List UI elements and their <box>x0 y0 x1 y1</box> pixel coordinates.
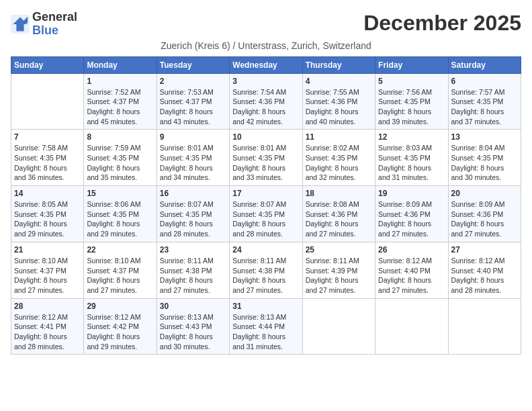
day-info-line: and 28 minutes. <box>160 230 210 238</box>
week-row-3: 14Sunrise: 8:05 AMSunset: 4:35 PMDayligh… <box>11 186 521 242</box>
day-info: Sunrise: 7:56 AMSunset: 4:35 PMDaylight:… <box>378 87 445 127</box>
day-info-line: Sunset: 4:42 PM <box>87 322 139 330</box>
calendar-cell: 31Sunrise: 8:13 AMSunset: 4:44 PMDayligh… <box>230 298 302 355</box>
day-info-line: Daylight: 8 hours <box>87 107 140 116</box>
day-number: 3 <box>232 77 299 86</box>
day-number: 18 <box>306 189 372 198</box>
day-info: Sunrise: 8:11 AMSunset: 4:38 PMDaylight:… <box>160 256 226 295</box>
day-info-line: Sunrise: 8:12 AM <box>87 313 140 321</box>
weekday-header-thursday: Thursday <box>302 56 375 73</box>
day-number: 26 <box>378 245 445 255</box>
day-number: 17 <box>232 189 299 198</box>
day-info-line: Sunset: 4:43 PM <box>160 322 212 330</box>
day-number: 4 <box>306 77 372 86</box>
day-info: Sunrise: 8:12 AMSunset: 4:42 PMDaylight:… <box>87 312 153 352</box>
day-info: Sunrise: 7:57 AMSunset: 4:35 PMDaylight:… <box>451 87 518 127</box>
day-info-line: and 35 minutes. <box>87 173 137 181</box>
calendar-cell: 13Sunrise: 8:04 AMSunset: 4:35 PMDayligh… <box>448 130 521 186</box>
day-info-line: and 27 minutes. <box>232 286 283 294</box>
day-number: 15 <box>87 189 153 198</box>
day-info-line: Sunrise: 8:11 AM <box>160 257 214 265</box>
calendar-cell: 7Sunrise: 7:58 AMSunset: 4:35 PMDaylight… <box>11 130 84 186</box>
day-info-line: Sunset: 4:35 PM <box>232 154 285 162</box>
calendar-cell: 28Sunrise: 8:12 AMSunset: 4:41 PMDayligh… <box>11 298 84 355</box>
header: General Blue December 2025 <box>11 11 521 38</box>
day-info-line: and 27 minutes. <box>14 286 64 294</box>
logo-blue-text: Blue <box>32 24 58 37</box>
day-info-line: Daylight: 8 hours <box>160 107 213 116</box>
weekday-header-saturday: Saturday <box>448 56 521 73</box>
calendar-cell: 6Sunrise: 7:57 AMSunset: 4:35 PMDaylight… <box>448 73 521 130</box>
day-info-line: Daylight: 8 hours <box>160 220 213 228</box>
day-info-line: Sunrise: 8:10 AM <box>87 257 140 265</box>
day-info-line: Daylight: 8 hours <box>306 164 359 172</box>
day-number: 31 <box>232 302 299 311</box>
day-info-line: and 27 minutes. <box>306 286 356 294</box>
calendar-cell: 8Sunrise: 7:59 AMSunset: 4:35 PMDaylight… <box>84 130 157 186</box>
day-info-line: Daylight: 8 hours <box>160 276 213 284</box>
calendar-cell <box>11 73 84 130</box>
calendar-cell <box>302 298 375 355</box>
day-info-line: Sunrise: 8:03 AM <box>378 144 432 152</box>
day-info-line: Sunrise: 8:09 AM <box>378 200 432 208</box>
logo-icon <box>11 15 30 34</box>
day-info-line: Sunrise: 8:13 AM <box>232 313 286 321</box>
day-info-line: Sunset: 4:35 PM <box>306 154 358 162</box>
day-number: 8 <box>87 132 153 142</box>
day-info-line: Sunset: 4:40 PM <box>378 267 431 275</box>
calendar-cell: 12Sunrise: 8:03 AMSunset: 4:35 PMDayligh… <box>375 130 448 186</box>
day-info-line: and 39 minutes. <box>378 118 429 126</box>
day-info-line: and 29 minutes. <box>14 230 64 238</box>
day-info-line: and 31 minutes. <box>378 173 429 181</box>
weekday-header-monday: Monday <box>84 56 157 73</box>
day-info: Sunrise: 8:05 AMSunset: 4:35 PMDaylight:… <box>14 199 81 239</box>
day-number: 23 <box>160 245 226 255</box>
day-info-line: Sunrise: 8:07 AM <box>232 200 286 208</box>
day-info-line: Sunrise: 8:12 AM <box>14 313 68 321</box>
calendar-cell: 14Sunrise: 8:05 AMSunset: 4:35 PMDayligh… <box>11 186 84 242</box>
day-info-line: Sunrise: 7:58 AM <box>14 144 68 152</box>
calendar-cell <box>375 298 448 355</box>
day-number: 25 <box>306 245 372 255</box>
day-info: Sunrise: 8:11 AMSunset: 4:38 PMDaylight:… <box>232 256 299 295</box>
day-info: Sunrise: 8:10 AMSunset: 4:37 PMDaylight:… <box>87 256 153 295</box>
day-info: Sunrise: 8:09 AMSunset: 4:36 PMDaylight:… <box>378 199 445 239</box>
day-info-line: Sunset: 4:38 PM <box>160 267 212 275</box>
day-info-line: Sunset: 4:37 PM <box>87 97 139 105</box>
day-number: 20 <box>451 189 518 198</box>
day-info-line: Daylight: 8 hours <box>160 164 213 172</box>
day-info: Sunrise: 7:58 AMSunset: 4:35 PMDaylight:… <box>14 143 81 183</box>
day-info-line: Sunset: 4:36 PM <box>378 210 431 218</box>
day-info-line: and 27 minutes. <box>160 286 210 294</box>
day-number: 12 <box>378 132 445 142</box>
day-info: Sunrise: 7:55 AMSunset: 4:36 PMDaylight:… <box>306 87 372 127</box>
day-info-line: Sunset: 4:36 PM <box>306 97 358 105</box>
day-info-line: and 29 minutes. <box>87 342 137 351</box>
day-number: 27 <box>451 245 518 255</box>
day-info-line: and 28 minutes. <box>232 230 283 238</box>
day-info-line: and 40 minutes. <box>306 118 356 126</box>
day-number: 11 <box>306 132 372 142</box>
day-info: Sunrise: 8:07 AMSunset: 4:35 PMDaylight:… <box>160 199 226 239</box>
day-info: Sunrise: 8:02 AMSunset: 4:35 PMDaylight:… <box>306 143 372 183</box>
day-number: 30 <box>160 302 226 311</box>
day-info-line: Sunrise: 7:57 AM <box>451 88 505 96</box>
day-info-line: Sunset: 4:35 PM <box>378 154 431 162</box>
day-number: 10 <box>232 132 299 142</box>
calendar-cell: 10Sunrise: 8:01 AMSunset: 4:35 PMDayligh… <box>230 130 302 186</box>
day-info-line: Daylight: 8 hours <box>232 332 285 340</box>
day-info-line: Sunrise: 8:13 AM <box>160 313 214 321</box>
day-info-line: and 33 minutes. <box>232 173 283 181</box>
day-info-line: Sunset: 4:36 PM <box>232 97 285 105</box>
day-info-line: Daylight: 8 hours <box>87 164 140 172</box>
day-number: 28 <box>14 302 81 311</box>
day-number: 1 <box>87 77 153 86</box>
day-info-line: Sunrise: 8:06 AM <box>87 200 140 208</box>
day-number: 6 <box>451 77 518 86</box>
calendar-cell: 25Sunrise: 8:11 AMSunset: 4:39 PMDayligh… <box>302 242 375 298</box>
day-info: Sunrise: 8:13 AMSunset: 4:43 PMDaylight:… <box>160 312 226 352</box>
calendar-cell: 27Sunrise: 8:12 AMSunset: 4:40 PMDayligh… <box>448 242 521 298</box>
week-row-1: 1Sunrise: 7:52 AMSunset: 4:37 PMDaylight… <box>11 73 521 130</box>
day-info-line: Sunset: 4:35 PM <box>14 210 66 218</box>
week-row-2: 7Sunrise: 7:58 AMSunset: 4:35 PMDaylight… <box>11 130 521 186</box>
